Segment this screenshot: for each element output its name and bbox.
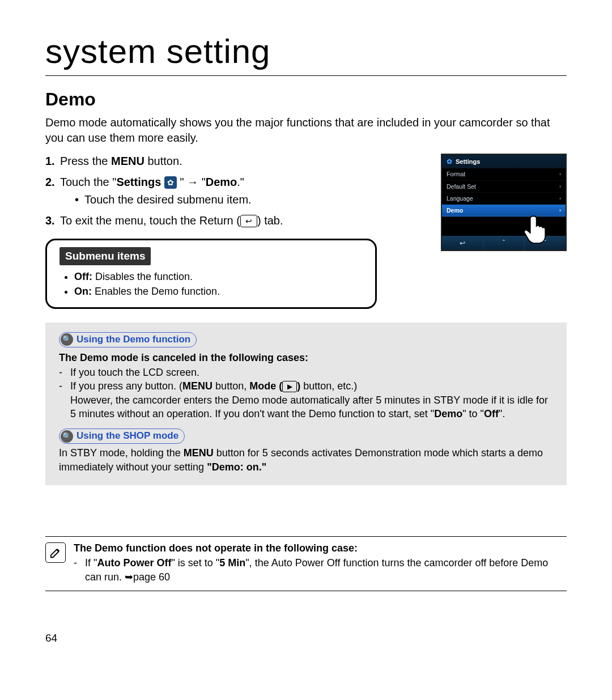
cancel-case-1: -If you touch the LCD screen. [59,366,553,379]
mode-play-icon: ▶ [282,381,297,392]
submenu-on: On: Enables the Demo function. [74,285,363,298]
cam-gear-icon: ✿ [447,157,452,166]
step-1-menu: MENU [111,155,144,167]
steps-column: 1. Press the MENU button. 2. Touch the "… [45,154,430,309]
step-1-text-a: Press the [60,155,111,167]
note-pencil-icon [45,542,66,563]
step-3-text-b: ) tab. [257,214,283,227]
cancel-case-2: - If you press any button. (MENU button,… [59,379,553,421]
camcorder-screenshot: ✿ Settings Format› Default Set› Language… [441,154,567,251]
note-item: - If "Auto Power Off" is set to "5 Min",… [74,556,567,584]
cam-return-button: ↩ [442,236,483,250]
section-title: Demo [45,87,567,112]
submenu-label: Submenu items [60,247,151,265]
step-3-text-a: To exit the menu, touch the Return ( [60,214,240,227]
note-row: The Demo function does not operate in th… [45,536,567,591]
info-block: 🔍 Using the Demo function The Demo mode … [45,323,567,485]
step-2-text-a: Touch the " [60,176,116,188]
info-pill-demo: 🔍 Using the Demo function [59,332,197,347]
step-1-text-c: button. [144,155,182,167]
shop-mode-text: In STBY mode, holding the MENU button fo… [59,446,553,474]
magnifier-icon: 🔍 [61,430,73,443]
cam-up-button: ˆ [483,236,525,250]
cam-title-text: Settings [456,158,480,166]
step-2-settings: Settings [116,176,161,188]
note-title: The Demo function does not operate in th… [74,541,567,555]
return-icon: ↩ [240,215,257,227]
cam-row-language: Language› [442,193,566,205]
step-3: 3. To exit the menu, touch the Return (↩… [45,213,430,228]
submenu-off: Off: Disables the function. [74,270,363,283]
cam-title-row: ✿ Settings [442,155,566,168]
step-1: 1. Press the MENU button. [45,154,430,169]
step-2: 2. Touch the "Settings ✿ " → "Demo." Tou… [45,175,430,207]
step-2-demo: Demo [206,176,237,188]
intro-text: Demo mode automatically shows you the ma… [45,115,567,146]
page-number: 64 [45,631,567,646]
chapter-title: system setting [45,28,567,76]
settings-gear-icon: ✿ [164,176,177,189]
step-2-sub: Touch the desired submenu item. [75,192,252,207]
pointing-hand-icon [522,213,553,244]
cancel-intro: The Demo mode is canceled in the followi… [59,351,553,364]
magnifier-icon: 🔍 [61,333,73,346]
step-2-text-e: ." [237,176,244,188]
cam-row-default-set: Default Set› [442,181,566,193]
step-2-text-c: " → " [177,176,206,188]
info-pill-shop: 🔍 Using the SHOP mode [59,429,185,444]
submenu-box: Submenu items Off: Disables the function… [45,239,377,309]
cam-row-format: Format› [442,168,566,180]
